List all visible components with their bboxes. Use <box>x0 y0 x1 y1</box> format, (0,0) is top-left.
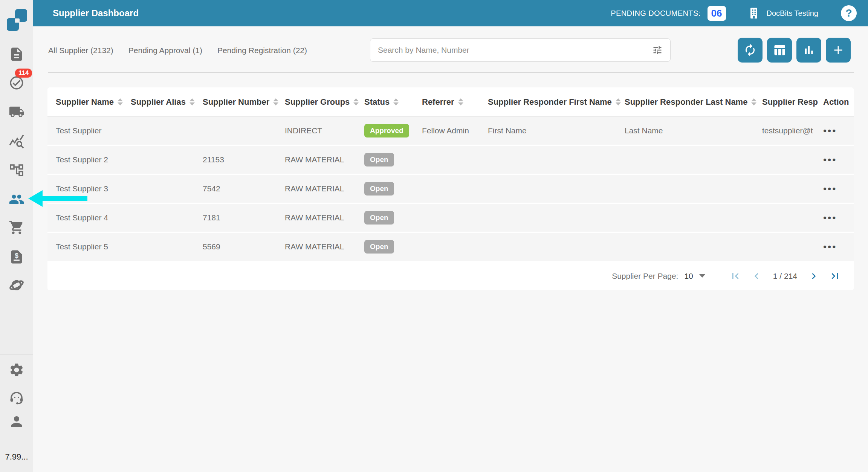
person-icon <box>9 414 24 429</box>
supplier-groups-cell: INDIRECT <box>285 126 364 135</box>
pending-documents-count[interactable]: 06 <box>708 6 726 21</box>
column-header-supplier-number[interactable]: Supplier Number <box>203 97 285 107</box>
search-box <box>370 38 671 62</box>
cart-icon <box>9 220 24 235</box>
supplier-name-cell: Test Supplier 2 <box>56 155 131 164</box>
company-name[interactable]: DocBits Testing <box>767 9 818 18</box>
previous-page-icon[interactable] <box>750 270 763 282</box>
more-options-icon[interactable]: ••• <box>823 212 837 223</box>
sort-icon[interactable] <box>751 98 756 105</box>
search-input[interactable] <box>378 46 652 55</box>
supplier-name-cell: Test Supplier 3 <box>56 184 131 193</box>
column-header-responder-last-name[interactable]: Supplier Responder Last Name <box>625 97 762 107</box>
sort-icon[interactable] <box>189 98 195 105</box>
tune-icon[interactable] <box>652 45 663 55</box>
supplier-groups-cell: RAW MATERIAL <box>285 213 364 222</box>
sort-icon[interactable] <box>353 98 359 105</box>
sidebar-divider <box>0 383 33 383</box>
refresh-button[interactable] <box>738 38 763 63</box>
sidebar-item-integrations[interactable] <box>0 276 33 294</box>
column-header-responder-first-name[interactable]: Supplier Responder First Name <box>488 97 625 107</box>
version-text: 7.99... <box>0 452 33 462</box>
tabs-divider <box>48 72 854 73</box>
sidebar-divider <box>0 442 33 442</box>
page-navigation: 1 / 214 <box>729 270 841 282</box>
pagination-bar: Supplier Per Page: 10 1 / 214 <box>47 262 854 290</box>
responder-first-name-cell: First Name <box>488 126 625 135</box>
sort-icon[interactable] <box>393 98 399 105</box>
table-row[interactable]: Test Supplier 2 21153 RAW MATERIAL Open … <box>47 146 854 175</box>
status-badge: Open <box>364 240 394 254</box>
supplier-groups-cell: RAW MATERIAL <box>285 242 364 251</box>
sidebar-item-documents[interactable] <box>0 46 33 63</box>
table-row[interactable]: Test Supplier 4 7181 RAW MATERIAL Open •… <box>47 204 854 233</box>
column-header-supplier-name[interactable]: Supplier Name <box>56 97 131 107</box>
tab-pending-approval[interactable]: Pending Approval (1) <box>128 46 202 55</box>
supplier-tabs: All Supplier (2132) Pending Approval (1)… <box>48 39 307 62</box>
sort-icon[interactable] <box>458 98 463 105</box>
column-header-supplier-groups[interactable]: Supplier Groups <box>285 97 364 107</box>
settings-gear-icon <box>9 362 24 378</box>
sidebar-item-purchase-orders[interactable] <box>0 219 33 236</box>
status-badge: Open <box>364 211 394 225</box>
sidebar-item-invoices[interactable]: $ <box>0 248 33 266</box>
supplier-number-cell: 5569 <box>203 242 285 251</box>
sort-icon[interactable] <box>273 98 278 105</box>
sort-icon[interactable] <box>616 98 621 105</box>
per-page-value[interactable]: 10 <box>684 272 693 281</box>
supplier-name-cell: Test Supplier 5 <box>56 242 131 251</box>
chart-view-button[interactable] <box>796 38 821 63</box>
table-row[interactable]: Test Supplier INDIRECT Approved Fellow A… <box>47 117 854 146</box>
column-header-supplier-alias[interactable]: Supplier Alias <box>131 97 203 107</box>
tab-pending-registration[interactable]: Pending Registration (22) <box>217 46 307 55</box>
sort-icon[interactable] <box>118 98 123 105</box>
supplier-table: Supplier Name Supplier Alias Supplier Nu… <box>47 87 854 290</box>
sidebar-item-settings[interactable] <box>0 361 33 379</box>
more-options-icon[interactable]: ••• <box>823 154 837 165</box>
sidebar-item-workflow[interactable] <box>0 162 33 179</box>
status-cell: Open <box>364 240 422 254</box>
docbits-logo[interactable] <box>7 9 27 31</box>
table-view-button[interactable] <box>767 38 792 63</box>
next-page-icon[interactable] <box>808 270 820 282</box>
add-supplier-button[interactable] <box>826 38 851 63</box>
supplier-name-cell: Test Supplier <box>56 126 131 135</box>
help-button[interactable]: ? <box>841 5 857 21</box>
per-page-label: Supplier Per Page: <box>612 272 678 281</box>
column-header-referrer[interactable]: Referrer <box>422 97 488 107</box>
action-cell: ••• <box>823 241 854 253</box>
sidebar: 114 $ <box>0 0 33 472</box>
sidebar-item-support[interactable] <box>0 389 33 406</box>
document-icon <box>9 46 24 62</box>
more-options-icon[interactable]: ••• <box>823 241 837 252</box>
action-cell: ••• <box>823 212 854 224</box>
orbit-globe-icon <box>9 277 24 293</box>
status-cell: Open <box>364 211 422 225</box>
sidebar-item-profile[interactable] <box>0 413 33 430</box>
column-header-action: Action <box>823 97 854 107</box>
supplier-number-cell: 21153 <box>203 155 285 164</box>
sidebar-item-approvals[interactable]: 114 <box>0 74 33 92</box>
table-row[interactable]: Test Supplier 3 7542 RAW MATERIAL Open •… <box>47 175 854 204</box>
table-row[interactable]: Test Supplier 5 5569 RAW MATERIAL Open •… <box>47 233 854 262</box>
svg-text:$: $ <box>15 252 18 260</box>
status-badge: Approved <box>364 124 409 137</box>
dropdown-caret-icon[interactable] <box>699 274 705 278</box>
first-page-icon[interactable] <box>729 270 741 282</box>
sidebar-item-suppliers[interactable] <box>0 191 33 208</box>
more-options-icon[interactable]: ••• <box>823 125 837 136</box>
status-badge: Open <box>364 182 394 196</box>
sidebar-item-shipments[interactable] <box>0 103 33 121</box>
page-indicator: 1 / 214 <box>773 272 797 281</box>
last-page-icon[interactable] <box>829 270 841 282</box>
responder-last-name-cell: Last Name <box>625 126 762 135</box>
tab-all-supplier[interactable]: All Supplier (2132) <box>48 46 113 55</box>
supplier-name-cell: Test Supplier 4 <box>56 213 131 222</box>
supplier-groups-cell: RAW MATERIAL <box>285 155 364 164</box>
sidebar-item-analytics[interactable] <box>0 133 33 150</box>
column-header-responder-email[interactable]: Supplier Resp <box>762 97 823 107</box>
column-header-status[interactable]: Status <box>364 97 422 107</box>
top-bar: Supplier Dashboard PENDING DOCUMENTS: 06… <box>33 0 868 26</box>
more-options-icon[interactable]: ••• <box>823 183 837 194</box>
notification-badge: 114 <box>15 69 32 78</box>
